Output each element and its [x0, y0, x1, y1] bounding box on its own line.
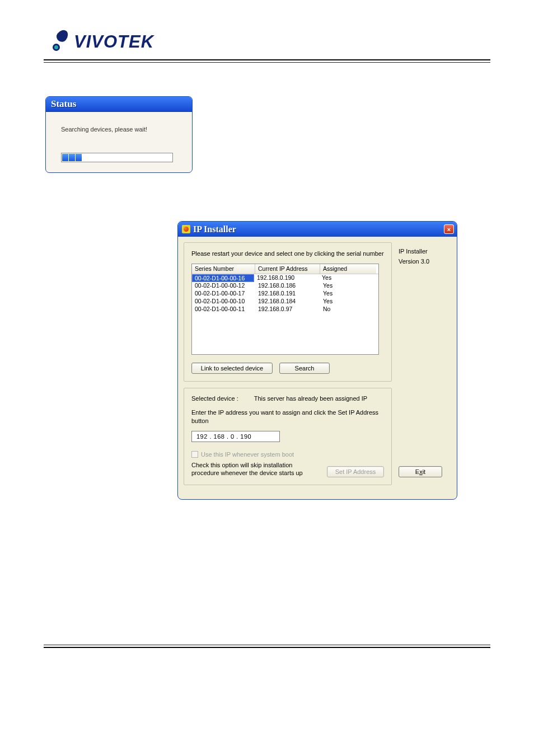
selected-device-label: Selected device :: [191, 395, 238, 402]
cell-ip: 192.168.0.184: [255, 298, 320, 306]
enter-ip-instruction: Enter the IP address you want to assign …: [191, 408, 384, 425]
cell-ip: 192.168.0.190: [254, 274, 319, 282]
cell-assigned: Yes: [320, 298, 376, 306]
device-table-header: Series Number Current IP Address Assigne…: [192, 264, 378, 274]
skip-install-note-2: procedure whenever the device starts up: [191, 469, 315, 477]
cell-serial: 00-02-D1-00-00-16: [192, 274, 254, 282]
search-button[interactable]: Search: [279, 363, 330, 374]
col-header-assigned[interactable]: Assigned: [320, 264, 376, 274]
cell-serial: 00-02-D1-00-00-10: [192, 298, 255, 306]
cell-assigned: Yes: [319, 274, 375, 282]
table-row[interactable]: 00-02-D1-00-00-11192.168.0.97No: [192, 306, 378, 313]
cell-serial: 00-02-D1-00-00-11: [192, 306, 255, 313]
table-row[interactable]: 00-02-D1-00-00-17192.168.0.191Yes: [192, 290, 378, 298]
app-icon: [182, 225, 190, 233]
cell-ip: 192.168.0.186: [255, 282, 320, 290]
header-rule-thin: [44, 62, 490, 63]
col-header-ip[interactable]: Current IP Address: [255, 264, 320, 274]
brand-wordmark: VIVOTEK: [74, 32, 154, 52]
cell-ip: 192.168.0.97: [255, 306, 320, 313]
progress-bar: [61, 153, 173, 162]
set-ip-address-button[interactable]: Set IP Address: [327, 466, 384, 477]
use-ip-on-boot-checkbox[interactable]: [191, 451, 198, 458]
footer-rule-thin: [44, 645, 490, 645]
footer-rule-thick: [44, 647, 490, 648]
ip-installer-window: IP Installer × Please restart your devic…: [177, 221, 457, 500]
side-version: Version 3.0: [399, 257, 450, 267]
status-message: Searching devices, please wait!: [61, 126, 181, 133]
device-instruction: Please restart your device and select on…: [191, 250, 384, 258]
col-header-serial[interactable]: Series Number: [192, 264, 255, 274]
cell-ip: 192.168.0.191: [255, 290, 320, 298]
cell-assigned: Yes: [320, 290, 376, 298]
ip-installer-titlebar[interactable]: IP Installer ×: [178, 222, 457, 237]
assign-ip-group: Selected device : This server has alread…: [184, 388, 392, 485]
status-dialog-title: Status: [46, 97, 192, 112]
exit-button[interactable]: Exit: [399, 466, 442, 477]
cell-assigned: No: [320, 306, 376, 313]
brand-logo: VIVOTEK: [53, 31, 481, 53]
cell-serial: 00-02-D1-00-00-17: [192, 290, 255, 298]
header-rule-thick: [44, 59, 490, 60]
cell-serial: 00-02-D1-00-00-12: [192, 282, 255, 290]
device-table[interactable]: Series Number Current IP Address Assigne…: [191, 264, 379, 355]
brand-glyph: [53, 31, 71, 53]
use-ip-on-boot-label: Use this IP whenever system boot: [201, 451, 294, 458]
cell-assigned: Yes: [320, 282, 376, 290]
status-dialog: Status Searching devices, please wait!: [45, 96, 193, 173]
close-icon: ×: [447, 226, 451, 233]
table-row[interactable]: 00-02-D1-00-00-12192.168.0.186Yes: [192, 282, 378, 290]
ip-address-input[interactable]: 192 . 168 . 0 . 190: [191, 431, 280, 442]
link-to-device-button[interactable]: Link to selected device: [191, 363, 273, 374]
side-panel: IP Installer Version 3.0 Exit: [395, 242, 451, 491]
skip-install-note-1: Check this option will skip installation: [191, 461, 315, 469]
selected-device-status: This server has already been assigned IP: [254, 395, 367, 402]
window-title: IP Installer: [193, 224, 236, 234]
table-row[interactable]: 00-02-D1-00-00-10192.168.0.184Yes: [192, 298, 378, 306]
table-row[interactable]: 00-02-D1-00-00-16192.168.0.190Yes: [192, 274, 378, 282]
close-button[interactable]: ×: [444, 224, 454, 234]
side-app-name: IP Installer: [399, 247, 450, 257]
device-list-group: Please restart your device and select on…: [184, 242, 392, 382]
